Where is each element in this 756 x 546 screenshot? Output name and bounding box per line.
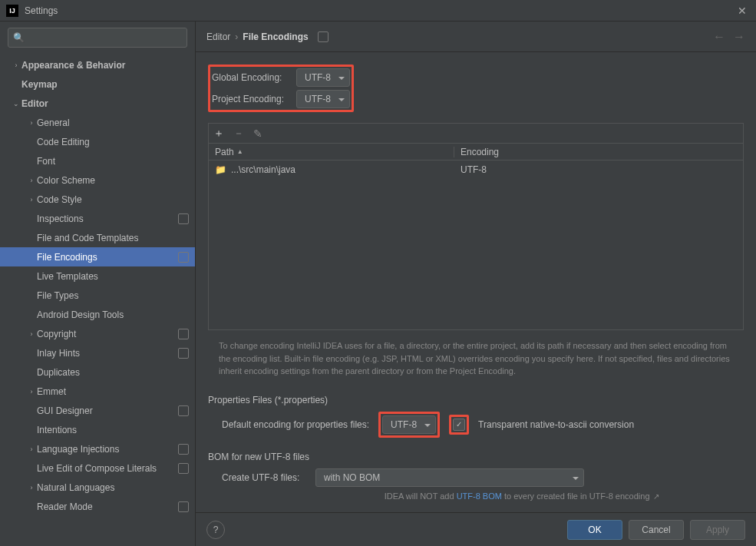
sidebar-item-label: Duplicates bbox=[37, 367, 189, 378]
help-button[interactable]: ? bbox=[206, 521, 225, 539]
edit-button-icon[interactable]: ✎ bbox=[253, 127, 262, 140]
sidebar-item-duplicates[interactable]: Duplicates bbox=[0, 362, 195, 382]
sidebar-item-label: Emmet bbox=[37, 386, 189, 397]
search-input[interactable] bbox=[28, 32, 182, 43]
sidebar-item-label: GUI Designer bbox=[37, 405, 178, 416]
dialog-button-row: ? OK Cancel Apply bbox=[196, 512, 756, 546]
chevron-icon: ⌄ bbox=[11, 100, 21, 108]
sidebar-item-intentions[interactable]: Intentions bbox=[0, 420, 195, 439]
sidebar-item-live-edit-of-compose-literals[interactable]: Live Edit of Compose Literals bbox=[0, 458, 195, 478]
project-encoding-combo[interactable]: UTF-8 bbox=[296, 90, 350, 108]
transparent-checkbox[interactable]: ✓ bbox=[453, 419, 465, 431]
table-toolbar: ＋ － ✎ bbox=[208, 123, 744, 143]
sidebar-item-natural-languages[interactable]: ›Natural Languages bbox=[0, 478, 195, 497]
cell-encoding: UTF-8 bbox=[454, 164, 743, 175]
project-badge-icon bbox=[318, 31, 328, 42]
breadcrumb-parent[interactable]: Editor bbox=[206, 31, 230, 42]
bom-link[interactable]: UTF-8 BOM bbox=[457, 491, 502, 501]
sidebar-item-label: Copyright bbox=[37, 329, 178, 339]
sidebar-item-font[interactable]: Font bbox=[0, 151, 195, 170]
sidebar-item-label: Reader Mode bbox=[37, 501, 178, 512]
bom-note: IDEA will NOT add UTF-8 BOM to every cre… bbox=[300, 491, 744, 501]
col-header-encoding[interactable]: Encoding bbox=[454, 147, 743, 157]
transparent-checkbox-highlight: ✓ bbox=[449, 415, 469, 435]
sidebar-item-file-encodings[interactable]: File Encodings bbox=[0, 247, 195, 266]
ok-button[interactable]: OK bbox=[567, 520, 622, 540]
settings-tree: ›Appearance & BehaviorKeymap⌄Editor›Gene… bbox=[0, 54, 195, 546]
sidebar-item-label: Live Templates bbox=[37, 271, 189, 282]
sidebar-item-label: Inspections bbox=[37, 213, 178, 224]
chevron-icon: › bbox=[26, 330, 37, 338]
table-row[interactable]: 📁...\src\main\javaUTF-8 bbox=[209, 160, 743, 179]
sidebar-item-label: File Encodings bbox=[37, 252, 178, 263]
help-text: To change encoding IntelliJ IDEA uses fo… bbox=[208, 330, 744, 387]
sidebar-item-code-editing[interactable]: Code Editing bbox=[0, 132, 195, 151]
apply-button[interactable]: Apply bbox=[690, 520, 745, 540]
encoding-highlight: Global Encoding: UTF-8 Project Encoding:… bbox=[208, 65, 354, 112]
sidebar-item-reader-mode[interactable]: Reader Mode bbox=[0, 497, 195, 516]
project-badge-icon bbox=[178, 501, 189, 512]
project-badge-icon bbox=[178, 348, 189, 359]
sidebar-item-editor[interactable]: ⌄Editor bbox=[0, 94, 195, 113]
sidebar-item-general[interactable]: ›General bbox=[0, 113, 195, 132]
close-icon[interactable]: ✕ bbox=[735, 5, 750, 17]
project-badge-icon bbox=[178, 405, 189, 416]
global-encoding-combo[interactable]: UTF-8 bbox=[296, 68, 350, 87]
sidebar-item-appearance-behavior[interactable]: ›Appearance & Behavior bbox=[0, 55, 195, 74]
chevron-icon: › bbox=[26, 388, 37, 395]
sidebar-item-label: General bbox=[37, 117, 189, 128]
sidebar-item-language-injections[interactable]: ›Language Injections bbox=[0, 439, 195, 458]
nav-back-icon[interactable]: ← bbox=[713, 30, 725, 44]
sidebar-item-android-design-tools[interactable]: Android Design Tools bbox=[0, 305, 195, 324]
chevron-right-icon: › bbox=[235, 31, 238, 42]
breadcrumb-current: File Encodings bbox=[243, 31, 308, 42]
sidebar-item-label: Appearance & Behavior bbox=[21, 60, 189, 71]
project-encoding-label: Project Encoding: bbox=[212, 94, 296, 104]
sidebar-item-label: Natural Languages bbox=[37, 482, 189, 493]
sidebar-item-label: File and Code Templates bbox=[37, 233, 189, 243]
create-utf8-combo[interactable]: with NO BOM bbox=[315, 468, 584, 487]
sidebar-item-label: Android Design Tools bbox=[37, 309, 189, 320]
sidebar-item-label: Language Injections bbox=[37, 444, 178, 455]
col-header-path[interactable]: Path ▲ bbox=[209, 147, 454, 157]
sidebar-item-inspections[interactable]: Inspections bbox=[0, 209, 195, 228]
cancel-button[interactable]: Cancel bbox=[629, 520, 684, 540]
sidebar-item-file-types[interactable]: File Types bbox=[0, 286, 195, 305]
chevron-icon: › bbox=[26, 119, 37, 127]
sidebar-item-keymap[interactable]: Keymap bbox=[0, 74, 195, 94]
sidebar-item-label: Code Style bbox=[37, 194, 189, 205]
chevron-icon: › bbox=[26, 196, 37, 204]
nav-forward-icon[interactable]: → bbox=[733, 30, 745, 44]
sidebar-item-live-templates[interactable]: Live Templates bbox=[0, 266, 195, 286]
properties-default-label: Default encoding for properties files: bbox=[222, 419, 369, 430]
encoding-table: Path ▲ Encoding 📁...\src\main\javaUTF-8 bbox=[208, 143, 744, 330]
chevron-icon: › bbox=[26, 445, 37, 453]
sidebar-item-file-and-code-templates[interactable]: File and Code Templates bbox=[0, 228, 195, 247]
app-icon: IJ bbox=[6, 5, 18, 17]
external-link-icon: ↗ bbox=[652, 492, 660, 501]
sidebar-item-label: Intentions bbox=[37, 425, 189, 435]
breadcrumb: Editor › File Encodings bbox=[206, 31, 328, 42]
bom-section-title: BOM for new UTF-8 files bbox=[208, 452, 744, 462]
project-badge-icon bbox=[178, 444, 189, 455]
sidebar-item-emmet[interactable]: ›Emmet bbox=[0, 382, 195, 401]
global-encoding-label: Global Encoding: bbox=[212, 72, 296, 83]
sidebar-item-label: Color Scheme bbox=[37, 175, 189, 186]
sort-asc-icon: ▲ bbox=[237, 148, 243, 155]
search-input-wrap[interactable]: 🔍 bbox=[8, 28, 187, 48]
breadcrumb-row: Editor › File Encodings ← → bbox=[196, 22, 756, 52]
remove-button-icon[interactable]: － bbox=[233, 127, 244, 141]
sidebar-item-gui-designer[interactable]: GUI Designer bbox=[0, 401, 195, 420]
properties-encoding-combo[interactable]: UTF-8 bbox=[382, 415, 436, 434]
sidebar-item-code-style[interactable]: ›Code Style bbox=[0, 190, 195, 209]
sidebar-item-label: Editor bbox=[21, 98, 189, 109]
search-icon: 🔍 bbox=[13, 32, 25, 43]
project-badge-icon bbox=[178, 252, 189, 263]
sidebar-item-copyright[interactable]: ›Copyright bbox=[0, 324, 195, 343]
chevron-icon: › bbox=[11, 61, 21, 69]
project-badge-icon bbox=[178, 463, 189, 474]
properties-section-title: Properties Files (*.properties) bbox=[208, 395, 744, 405]
sidebar-item-color-scheme[interactable]: ›Color Scheme bbox=[0, 170, 195, 190]
sidebar-item-inlay-hints[interactable]: Inlay Hints bbox=[0, 343, 195, 362]
add-button-icon[interactable]: ＋ bbox=[213, 127, 224, 141]
